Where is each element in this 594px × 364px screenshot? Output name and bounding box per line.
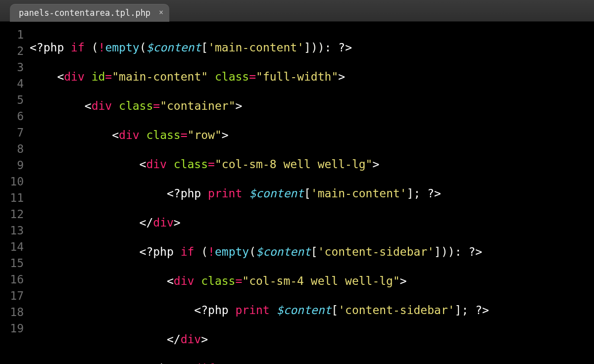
code-editor[interactable]: 1 2 3 4 5 6 7 8 9 10 11 12 13 14 15 16 1… bbox=[0, 22, 594, 364]
line-number-gutter: 1 2 3 4 5 6 7 8 9 10 11 12 13 14 15 16 1… bbox=[0, 27, 29, 364]
line-number: 14 bbox=[0, 239, 24, 255]
line-number: 1 bbox=[0, 27, 24, 43]
tab-bar: panels-contentarea.tpl.php × bbox=[0, 0, 594, 22]
code-line[interactable]: <?php print $content['content-sidebar'];… bbox=[30, 302, 594, 318]
line-number: 5 bbox=[0, 92, 24, 108]
line-number: 10 bbox=[0, 174, 24, 190]
code-line[interactable]: </div> bbox=[30, 331, 594, 348]
tab-filename: panels-contentarea.tpl.php bbox=[19, 8, 150, 18]
line-number: 2 bbox=[0, 43, 24, 59]
code-line[interactable]: <?php print $content['main-content']; ?> bbox=[30, 185, 594, 202]
line-number: 9 bbox=[0, 157, 24, 174]
line-number: 11 bbox=[0, 190, 24, 206]
file-tab[interactable]: panels-contentarea.tpl.php × bbox=[10, 4, 169, 22]
line-number: 8 bbox=[0, 141, 24, 157]
line-number: 3 bbox=[0, 59, 24, 76]
code-line[interactable]: <?php endif; ?> bbox=[30, 361, 594, 364]
line-number: 7 bbox=[0, 125, 24, 141]
code-line[interactable]: <div id="main-content" class="full-width… bbox=[30, 69, 594, 85]
code-line[interactable]: <div class="row"> bbox=[30, 127, 594, 143]
line-number: 16 bbox=[0, 272, 24, 288]
code-line[interactable]: <?php if (!empty($content['main-content'… bbox=[30, 40, 594, 56]
line-number: 6 bbox=[0, 108, 24, 125]
code-line[interactable]: <div class="col-sm-8 well well-lg"> bbox=[30, 156, 594, 173]
code-area[interactable]: <?php if (!empty($content['main-content'… bbox=[29, 27, 594, 364]
line-number: 17 bbox=[0, 288, 24, 304]
line-number: 4 bbox=[0, 76, 24, 92]
code-line[interactable]: <div class="col-sm-4 well well-lg"> bbox=[30, 273, 594, 289]
line-number: 12 bbox=[0, 206, 24, 223]
line-number: 15 bbox=[0, 255, 24, 272]
code-line[interactable]: <?php if (!empty($content['content-sideb… bbox=[30, 244, 594, 260]
line-number: 13 bbox=[0, 223, 24, 239]
line-number: 19 bbox=[0, 320, 24, 337]
code-line[interactable]: <div class="container"> bbox=[30, 98, 594, 114]
code-line[interactable]: </div> bbox=[30, 215, 594, 231]
close-icon[interactable]: × bbox=[159, 9, 163, 16]
line-number: 18 bbox=[0, 304, 24, 320]
